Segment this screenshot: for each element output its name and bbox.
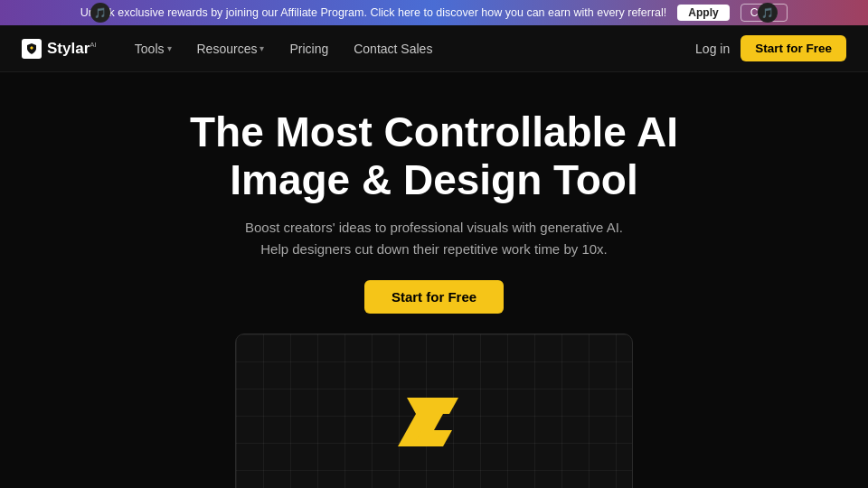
demo-area — [235, 333, 633, 488]
demo-logo — [393, 381, 475, 466]
login-button[interactable]: Log in — [695, 42, 730, 56]
nav-links: Tools ▾ Resources ▾ Pricing Contact Sale… — [126, 36, 695, 61]
svg-marker-3 — [443, 398, 458, 414]
logo-icon — [22, 39, 42, 59]
right-decoration-icon: 🎵 — [758, 3, 778, 23]
start-free-hero-button[interactable]: Start for Free — [364, 280, 504, 314]
chevron-down-icon: ▾ — [167, 43, 172, 53]
announcement-bar: 🎵 Unlock exclusive rewards by joining ou… — [0, 0, 868, 25]
chevron-down-icon: ▾ — [259, 43, 264, 53]
logo-text: StylarAI — [47, 40, 97, 58]
logo[interactable]: StylarAI — [22, 39, 97, 59]
nav-right: Log in Start for Free — [695, 35, 846, 61]
nav-item-pricing[interactable]: Pricing — [280, 36, 337, 61]
left-decoration-icon: 🎵 — [90, 3, 110, 23]
nav-item-resources[interactable]: Resources ▾ — [188, 36, 274, 61]
announcement-text: Unlock exclusive rewards by joining our … — [80, 6, 667, 19]
svg-marker-1 — [407, 414, 443, 430]
hero-section: The Most Controllable AI Image & Design … — [0, 72, 868, 488]
apply-button[interactable]: Apply — [677, 5, 729, 21]
nav-item-tools[interactable]: Tools ▾ — [126, 36, 181, 61]
start-free-nav-button[interactable]: Start for Free — [741, 35, 846, 61]
hero-heading: The Most Controllable AI Image & Design … — [190, 108, 678, 204]
hero-subtext: Boost creators' ideas to professional vi… — [245, 217, 623, 260]
navbar: StylarAI Tools ▾ Resources ▾ Pricing Con… — [0, 25, 868, 72]
nav-item-contact-sales[interactable]: Contact Sales — [344, 36, 441, 61]
